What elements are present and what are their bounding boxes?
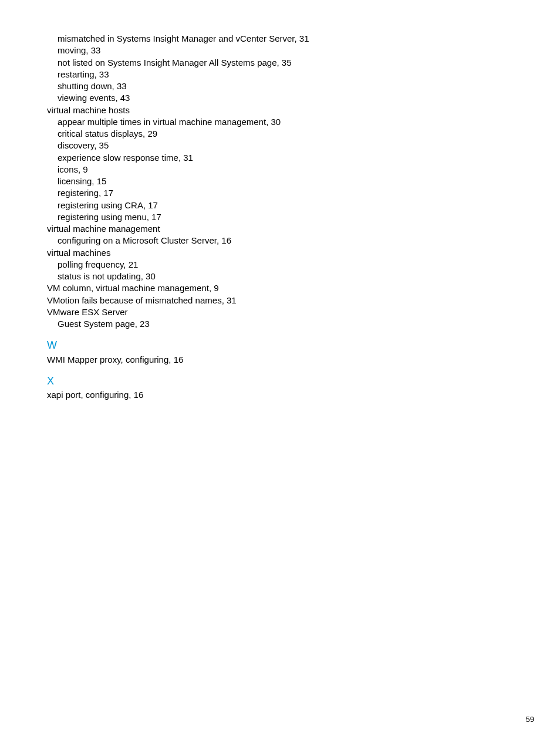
index-entry-vm-column: VM column, virtual machine management, 9 xyxy=(47,282,317,294)
index-subentry: registering using menu, 17 xyxy=(58,211,317,223)
index-subentry: not listed on Systems Insight Manager Al… xyxy=(58,57,317,69)
index-subentry: shutting down, 33 xyxy=(58,80,317,92)
index-entry-virtual-machine-management: virtual machine management xyxy=(47,223,317,235)
index-subentry: configuring on a Microsoft Cluster Serve… xyxy=(58,235,317,247)
index-entry-virtual-machines: virtual machines xyxy=(47,247,317,259)
index-subentry: registering using CRA, 17 xyxy=(58,200,317,211)
index-subentry: status is not updating, 30 xyxy=(58,271,317,282)
index-subentry: viewing events, 43 xyxy=(58,92,317,104)
index-entry-vmware-esx-server: VMware ESX Server xyxy=(47,306,317,318)
index-subentry: licensing, 15 xyxy=(58,175,317,187)
page-number: 59 xyxy=(526,714,534,725)
index-entry-virtual-machine-hosts: virtual machine hosts xyxy=(47,104,317,116)
index-subentry: polling frequency, 21 xyxy=(58,259,317,271)
index-subentry: icons, 9 xyxy=(58,164,317,175)
index-section-heading-x: X xyxy=(47,374,317,388)
index-subentry: critical status displays, 29 xyxy=(58,128,317,140)
index-subentry: registering, 17 xyxy=(58,187,317,199)
index-entry-vmotion: VMotion fails because of mismatched name… xyxy=(47,295,317,306)
index-subentry: moving, 33 xyxy=(58,45,317,56)
index-subentry: experience slow response time, 31 xyxy=(58,152,317,164)
index-subentry: Guest System page, 23 xyxy=(58,318,317,330)
index-subentry: discovery, 35 xyxy=(58,140,317,151)
index-subentry: restarting, 33 xyxy=(58,69,317,80)
index-column: mismatched in Systems Insight Manager an… xyxy=(47,33,317,401)
index-entry: WMI Mapper proxy, configuring, 16 xyxy=(47,354,317,366)
index-entry: xapi port, configuring, 16 xyxy=(47,389,317,401)
index-section-heading-w: W xyxy=(47,338,317,352)
index-subentry: appear multiple times in virtual machine… xyxy=(58,116,317,128)
index-subentry: mismatched in Systems Insight Manager an… xyxy=(58,33,317,45)
